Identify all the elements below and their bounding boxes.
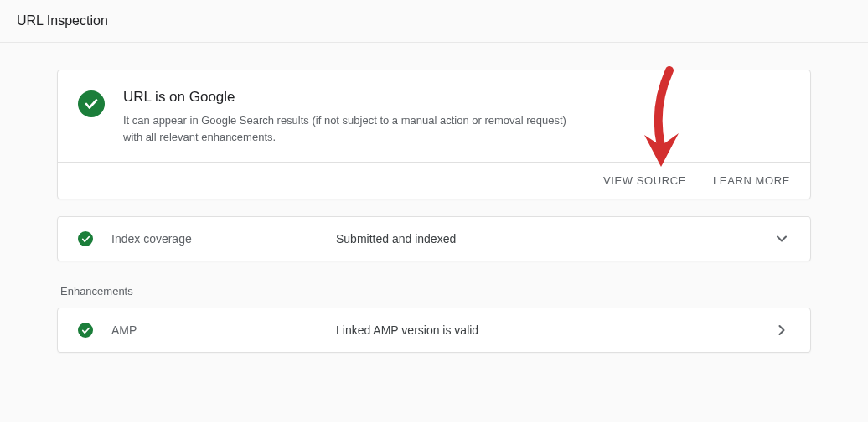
status-title: URL is on Google (123, 89, 790, 106)
page-header: URL Inspection (0, 0, 868, 43)
content-area: URL is on Google It can appear in Google… (0, 43, 868, 422)
row-value: Submitted and indexed (336, 232, 773, 246)
row-label: AMP (111, 323, 336, 337)
view-source-button[interactable]: VIEW SOURCE (603, 174, 686, 187)
row-value: Linked AMP version is valid (336, 323, 773, 337)
check-icon (78, 90, 105, 117)
enhancements-section-label: Enhancements (57, 285, 811, 297)
index-coverage-row[interactable]: Index coverage Submitted and indexed (57, 216, 811, 261)
check-icon (78, 231, 93, 246)
page-title: URL Inspection (17, 13, 851, 28)
learn-more-button[interactable]: LEARN MORE (713, 174, 790, 187)
chevron-right-icon (773, 322, 790, 339)
status-description: It can appear in Google Search results (… (123, 112, 576, 145)
row-label: Index coverage (111, 232, 336, 246)
status-card: URL is on Google It can appear in Google… (57, 70, 811, 199)
chevron-down-icon (773, 230, 790, 247)
check-icon (78, 323, 93, 338)
amp-row[interactable]: AMP Linked AMP version is valid (57, 308, 811, 353)
